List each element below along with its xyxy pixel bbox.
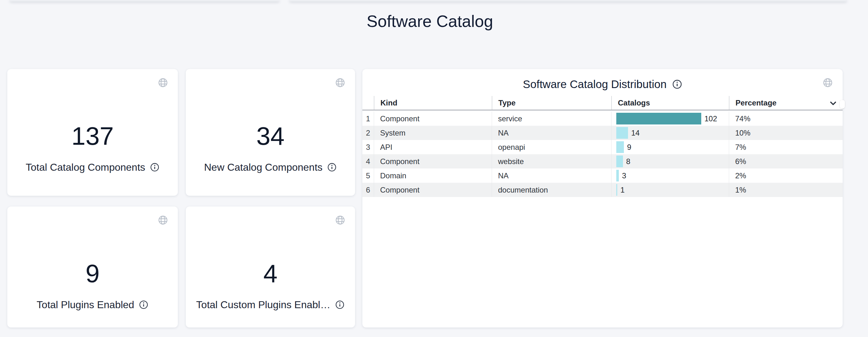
cell-kind: System bbox=[374, 126, 492, 140]
cell-percentage: 1% bbox=[729, 183, 843, 197]
cell-type: service bbox=[492, 111, 611, 126]
stat-card-total-custom-plugins-enabled: 4 Total Custom Plugins Enabl… bbox=[186, 206, 355, 328]
catalogs-bar bbox=[616, 184, 617, 196]
cell-kind: Component bbox=[374, 183, 492, 197]
cell-percentage: 2% bbox=[729, 168, 843, 183]
cell-catalogs: 1 bbox=[611, 183, 729, 197]
stat-label: Total Custom Plugins Enabl… bbox=[196, 298, 330, 311]
cutoff-card-bottom-left bbox=[9, 0, 280, 1]
catalogs-value: 9 bbox=[627, 143, 631, 152]
stat-label-row: Total Catalog Components bbox=[11, 161, 174, 174]
column-header-catalogs[interactable]: Catalogs bbox=[611, 96, 729, 110]
cell-percentage: 6% bbox=[729, 154, 843, 168]
column-header-kind[interactable]: Kind bbox=[374, 96, 492, 110]
chevron-down-icon[interactable] bbox=[829, 99, 838, 108]
table-body: 1 Component service 102 74% 2 System NA … bbox=[362, 111, 843, 197]
stat-card-total-catalog-components: 137 Total Catalog Components bbox=[7, 69, 178, 196]
stat-label: Total Catalog Components bbox=[26, 161, 145, 174]
catalogs-bar bbox=[616, 141, 624, 153]
cell-type: documentation bbox=[492, 183, 611, 197]
row-index: 3 bbox=[362, 140, 374, 154]
info-icon[interactable] bbox=[335, 300, 345, 309]
table-row: 2 System NA 14 10% bbox=[362, 126, 843, 140]
stat-value: 34 bbox=[186, 123, 355, 149]
table-row: 1 Component service 102 74% bbox=[362, 111, 843, 126]
table-row: 6 Component documentation 1 1% bbox=[362, 183, 843, 197]
software-catalog-dashboard: Software Catalog 137 Total Catalog Compo… bbox=[0, 0, 868, 337]
info-icon[interactable] bbox=[150, 163, 159, 172]
cell-catalogs: 3 bbox=[611, 168, 729, 183]
row-index: 2 bbox=[362, 126, 374, 140]
cell-catalogs: 14 bbox=[611, 126, 729, 140]
catalogs-bar bbox=[616, 113, 701, 125]
table-row: 5 Domain NA 3 2% bbox=[362, 168, 843, 183]
cutoff-card-bottom-right bbox=[289, 0, 847, 1]
row-index: 5 bbox=[362, 168, 374, 183]
cell-type: website bbox=[492, 154, 611, 168]
column-header-type[interactable]: Type bbox=[492, 96, 611, 110]
cell-type: NA bbox=[492, 168, 611, 183]
catalogs-bar bbox=[616, 127, 628, 139]
page-title: Software Catalog bbox=[0, 11, 860, 31]
info-icon[interactable] bbox=[327, 163, 337, 172]
catalogs-bar bbox=[616, 156, 623, 167]
table-header: Kind Type Catalogs Percentage bbox=[362, 96, 843, 110]
software-catalog-distribution-card: Software Catalog Distribution Kind Type … bbox=[362, 69, 843, 328]
stat-value: 137 bbox=[7, 123, 178, 149]
table-row: 3 API openapi 9 7% bbox=[362, 140, 843, 154]
cell-catalogs: 8 bbox=[611, 154, 729, 168]
cell-percentage: 10% bbox=[729, 126, 843, 140]
cell-kind: Component bbox=[374, 154, 492, 168]
column-header-index bbox=[362, 96, 374, 110]
row-index: 1 bbox=[362, 111, 374, 126]
stat-card-total-plugins-enabled: 9 Total Plugins Enabled bbox=[7, 206, 178, 328]
stat-label-row: Total Plugins Enabled bbox=[11, 298, 174, 311]
row-index: 4 bbox=[362, 154, 374, 168]
stat-label: Total Plugins Enabled bbox=[37, 298, 134, 311]
cell-catalogs: 102 bbox=[611, 111, 729, 126]
stat-value: 9 bbox=[7, 260, 178, 287]
globe-icon[interactable] bbox=[158, 215, 168, 226]
table-title-row: Software Catalog Distribution bbox=[362, 77, 843, 91]
stat-label-row: Total Custom Plugins Enabl… bbox=[190, 298, 351, 311]
cell-percentage: 7% bbox=[729, 140, 843, 154]
cell-kind: Domain bbox=[374, 168, 492, 183]
catalogs-value: 1 bbox=[620, 186, 624, 195]
globe-icon[interactable] bbox=[335, 215, 346, 226]
stat-label: New Catalog Components bbox=[204, 161, 323, 174]
table-row: 4 Component website 8 6% bbox=[362, 154, 843, 168]
cell-type: openapi bbox=[492, 140, 611, 154]
cell-catalogs: 9 bbox=[611, 140, 729, 154]
info-icon[interactable] bbox=[139, 300, 148, 309]
globe-icon[interactable] bbox=[158, 77, 168, 88]
catalogs-bar bbox=[616, 170, 619, 181]
catalogs-value: 102 bbox=[705, 114, 717, 123]
column-header-percentage[interactable]: Percentage bbox=[729, 96, 843, 110]
cell-percentage: 74% bbox=[729, 111, 843, 126]
scrollbar-nub[interactable] bbox=[840, 100, 845, 108]
cell-kind: API bbox=[374, 140, 492, 154]
stat-card-new-catalog-components: 34 New Catalog Components bbox=[186, 69, 355, 196]
catalogs-value: 14 bbox=[631, 129, 640, 137]
catalogs-value: 8 bbox=[626, 157, 630, 166]
stat-value: 4 bbox=[186, 260, 355, 287]
table-title: Software Catalog Distribution bbox=[523, 77, 666, 91]
cell-kind: Component bbox=[374, 111, 492, 126]
catalogs-value: 3 bbox=[622, 171, 626, 180]
globe-icon[interactable] bbox=[823, 77, 833, 88]
row-index: 6 bbox=[362, 183, 374, 197]
info-icon[interactable] bbox=[672, 79, 682, 89]
cell-type: NA bbox=[492, 126, 611, 140]
stat-label-row: New Catalog Components bbox=[190, 161, 351, 174]
globe-icon[interactable] bbox=[335, 77, 346, 88]
